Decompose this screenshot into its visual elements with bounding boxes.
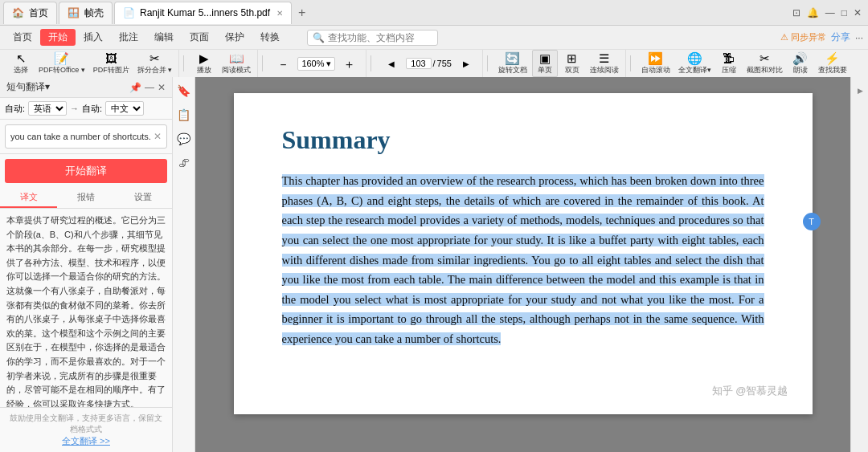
comment-strip-icon[interactable]: 💬	[175, 130, 193, 148]
zoom-value: 160%	[301, 59, 324, 68]
target-lang-select[interactable]: 中文	[105, 101, 144, 116]
translate-start-btn[interactable]: 开始翻译	[5, 159, 167, 183]
translation-input-text: you can take a number of shortcuts.	[10, 132, 151, 141]
pdf-image-icon: 🖼	[105, 52, 117, 64]
pdf-page: Summary This chapter has provided an ove…	[234, 93, 813, 414]
tab-group-home[interactable]: 首页	[5, 29, 40, 46]
panel-pin-icon[interactable]: 📌	[129, 82, 141, 93]
tab-close-icon[interactable]: ✕	[276, 9, 283, 18]
new-tab-button[interactable]: +	[292, 6, 312, 20]
continuous-btn[interactable]: ☰ 连续阅读	[587, 50, 622, 77]
clear-input-btn[interactable]: ✕	[154, 131, 162, 142]
result-text: 本章提供了研究过程的概述。它已分为三个阶段(a、B、C)和八个步骤，其细节见本书…	[6, 214, 166, 407]
page-control: / 755	[406, 58, 452, 69]
search-icon: 🔍	[313, 32, 325, 43]
translate-btn-toolbar[interactable]: 🌐 全文翻译▾	[675, 50, 714, 77]
panel-minimize-icon[interactable]: —	[145, 82, 154, 93]
play-btn[interactable]: ▶ 播放	[191, 50, 217, 77]
tab-group-page[interactable]: 页面	[182, 29, 217, 46]
window-restore-btn[interactable]: □	[841, 7, 847, 18]
zoom-out-btn[interactable]: －	[270, 50, 296, 77]
divider1	[183, 55, 184, 71]
pdf-text-highlighted: This chapter has provided an overview of…	[282, 174, 764, 345]
notification-icon[interactable]: 🔔	[807, 7, 819, 18]
screenshot-btn[interactable]: ✂ 截图和对比	[743, 50, 786, 77]
tab-group-convert[interactable]: 转换	[252, 29, 288, 46]
translate-float-btn[interactable]: T	[803, 213, 821, 230]
divider3	[371, 55, 371, 71]
compress-icon: 🗜	[723, 52, 735, 64]
tab-group-protect[interactable]: 保护	[217, 29, 252, 46]
watermark: 知乎 @智慕灵越	[712, 384, 788, 398]
zoom-in-btn[interactable]: ＋	[337, 50, 362, 77]
pdf-heading: Summary	[282, 125, 764, 155]
function-search-input[interactable]	[328, 32, 432, 43]
pdf-icon: 📄	[123, 7, 135, 18]
tab-shell[interactable]: 🪟 帧壳	[59, 2, 113, 24]
divider4	[487, 55, 488, 71]
translation-input-box[interactable]: you can take a number of shortcuts. ✕	[5, 124, 167, 149]
panel-footer: 鼓励使用全文翻译，支持更多语言，保留文档格式式 全文翻译 >>	[0, 407, 172, 452]
toolbar-more-btn[interactable]: ···	[855, 32, 863, 43]
continuous-icon: ☰	[599, 52, 609, 64]
zoom-out-icon: －	[277, 58, 289, 70]
tab-group-start[interactable]: 开始	[40, 29, 76, 46]
right-tools: ⚠ 同步异常 分享 ···	[780, 31, 863, 44]
tts-btn[interactable]: 🔊 朗读	[788, 50, 813, 77]
single-page-btn[interactable]: ▣ 单页	[532, 50, 558, 77]
pdf-to-image-btn[interactable]: 🖼 PDF转图片	[90, 50, 133, 77]
tab-home[interactable]: 🏠 首页	[3, 2, 57, 24]
source-lang-select[interactable]: 英语	[28, 101, 67, 116]
panel-close-icon[interactable]: ✕	[158, 82, 166, 93]
zoom-input[interactable]: 160% ▾	[297, 57, 334, 71]
panel-header-icons: 📌 — ✕	[129, 82, 166, 93]
window-restore-icon[interactable]: ⊡	[792, 7, 800, 18]
tab-group-edit[interactable]: 编辑	[146, 29, 182, 46]
pdf-office-icon: 📝	[54, 52, 69, 64]
attachment-strip-icon[interactable]: 🖇	[175, 154, 193, 172]
prev-page-btn[interactable]: ◀	[379, 50, 404, 77]
page-number-input[interactable]	[406, 58, 432, 69]
auto-scroll-btn[interactable]: ⏩ 自动滚动	[638, 50, 674, 77]
main-layout: 短句翻译▾ 📌 — ✕ 自动: 英语 → 自动: 中文 you can take…	[0, 77, 868, 452]
sidebar-toggle[interactable]: ▶	[856, 87, 864, 95]
share-btn[interactable]: 分享	[831, 31, 850, 44]
view-mode-section: 🔄 旋转文档 ▣ 单页 ⊞ 双页 ☰ 连续阅读	[492, 50, 626, 77]
tab-error[interactable]: 报错	[57, 188, 114, 208]
next-page-btn[interactable]: ▶	[453, 50, 479, 77]
toolbar-tab-groups: 首页 开始 插入 批注 编辑 页面 保护 转换 🔍 ⚠ 同步异常 分享 ···	[0, 26, 868, 50]
panel-header: 短句翻译▾ 📌 — ✕	[0, 77, 172, 98]
page-total: 755	[437, 59, 452, 68]
double-page-btn[interactable]: ⊞ 双页	[559, 50, 585, 77]
tab-settings[interactable]: 设置	[115, 188, 172, 208]
next-icon: ▶	[463, 59, 469, 68]
rotate-btn[interactable]: 🔄 旋转文档	[495, 50, 530, 77]
pdf-to-office-btn[interactable]: 📝 PDF转Office ▾	[35, 50, 88, 77]
tab-shell-label: 帧壳	[84, 6, 104, 20]
zoom-in-icon: ＋	[343, 58, 355, 70]
window-close-btn[interactable]: ✕	[854, 7, 862, 18]
thumbnail-strip-icon[interactable]: 📋	[175, 106, 193, 124]
bookmark-strip-icon[interactable]: 🔖	[175, 82, 193, 100]
right-sidebar: ▶	[850, 77, 868, 452]
tab-group-insert[interactable]: 插入	[76, 29, 111, 46]
tab-translation[interactable]: 译文	[0, 188, 57, 208]
reading-mode-btn[interactable]: 📖 阅读模式	[219, 50, 254, 77]
screenshot-icon: ✂	[760, 52, 770, 64]
pdf-content-area: Summary This chapter has provided an ove…	[195, 77, 850, 452]
tab-pdf[interactable]: 📄 Ranjit Kumar 5...inners 5th.pdf ✕	[114, 2, 292, 24]
auto-scroll-icon: ⏩	[648, 52, 663, 64]
sync-status: ⚠ 同步异常	[780, 31, 826, 43]
smart-extract-btn[interactable]: ⚡ 查找我要	[815, 50, 850, 77]
full-translate-link[interactable]: 全文翻译 >>	[62, 436, 110, 446]
select-tool-btn[interactable]: ↖ 选择	[8, 50, 34, 77]
translation-panel: 短句翻译▾ 📌 — ✕ 自动: 英语 → 自动: 中文 you can take…	[0, 77, 173, 452]
tab-group-comment[interactable]: 批注	[111, 29, 146, 46]
window-minimize-btn[interactable]: —	[825, 7, 835, 18]
play-icon: ▶	[199, 52, 209, 64]
tab-pdf-label: Ranjit Kumar 5...inners 5th.pdf	[140, 7, 270, 18]
split-merge-btn[interactable]: ✂ 拆分合并 ▾	[134, 50, 176, 77]
function-search-box[interactable]: 🔍	[307, 30, 438, 46]
compress-btn[interactable]: 🗜 压缩	[716, 50, 742, 77]
home-icon: 🏠	[12, 7, 24, 18]
